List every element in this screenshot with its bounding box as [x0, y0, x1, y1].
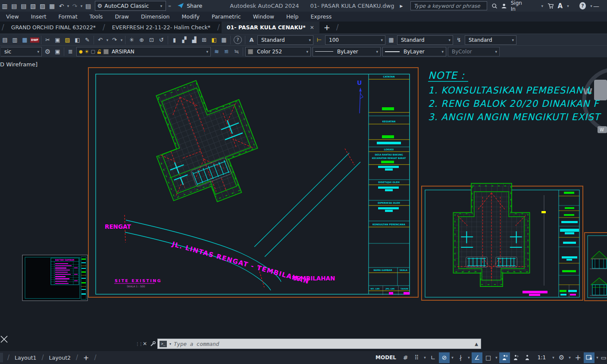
menu-dimension[interactable]: Dimension: [135, 12, 175, 22]
cut-icon[interactable]: ✂: [43, 35, 53, 45]
user-icon[interactable]: [501, 3, 507, 9]
model-space-button[interactable]: MODEL: [372, 352, 400, 363]
zoom-realtime-icon[interactable]: ⊕: [137, 35, 147, 45]
annotation-scale-value[interactable]: 1:1: [533, 352, 551, 363]
grid-display-icon[interactable]: #: [400, 352, 411, 363]
mleader-style-combo[interactable]: Standard ▾: [465, 35, 516, 45]
signin-dropdown-icon[interactable]: ▾: [540, 4, 544, 8]
ortho-mode-icon[interactable]: ∟: [428, 352, 438, 363]
table-style-combo[interactable]: Standard ▾: [397, 35, 453, 45]
layout1-tab[interactable]: Layout1: [12, 355, 39, 361]
new-tab-button[interactable]: +: [319, 23, 335, 32]
undo-dropdown-icon[interactable]: ▾: [66, 4, 70, 8]
tool-palettes-icon[interactable]: ▟: [189, 35, 199, 45]
file-tab-pasar-kula-active[interactable]: 01- PASAR KULA CENAKU* ✕: [222, 22, 319, 33]
text-style-combo[interactable]: Standard ▾: [257, 35, 313, 45]
plot-icon[interactable]: ▦: [47, 1, 57, 11]
annotation-autoscale-icon[interactable]: [510, 352, 521, 363]
plot-icon[interactable]: ▦: [20, 35, 30, 45]
new-icon[interactable]: ▤: [0, 35, 10, 45]
zoom-previous-icon[interactable]: ↺: [156, 35, 166, 45]
undo-icon[interactable]: ↶: [95, 35, 105, 45]
object-snap-icon[interactable]: □: [483, 352, 494, 363]
undo-dropdown-icon[interactable]: ▾: [105, 38, 110, 42]
command-grip-icon[interactable]: ⋮⋮: [135, 342, 140, 345]
annotation-visibility-icon[interactable]: [499, 352, 510, 363]
command-input[interactable]: >_ ▾ Type a command ▲: [157, 339, 481, 349]
osnap-dropdown-icon[interactable]: ▾: [494, 355, 499, 360]
linetype-combo[interactable]: ByLayer ▾: [313, 47, 381, 56]
command-history-icon[interactable]: ▲: [475, 342, 479, 346]
isometric-drafting-icon[interactable]: ∤: [455, 352, 466, 363]
customize-wrench-icon[interactable]: [150, 341, 156, 347]
redo-dropdown-icon[interactable]: ▾: [119, 38, 124, 42]
isodraft-dropdown-icon[interactable]: ▾: [466, 355, 471, 360]
snap-dropdown-icon[interactable]: ▾: [422, 355, 427, 360]
object-snap-tracking-icon[interactable]: ∠: [472, 352, 482, 363]
match-properties-icon[interactable]: ◧: [72, 35, 82, 45]
pan-icon[interactable]: ✳: [127, 35, 137, 45]
search-icon[interactable]: [491, 3, 497, 9]
lineweight-combo[interactable]: ByLayer ▾: [382, 47, 446, 56]
drawing-canvas[interactable]: D Wireframe] W W: [0, 57, 607, 350]
file-tab-grand-orchid[interactable]: GRAND ORCHID FINAL 632022*: [6, 22, 101, 33]
table-style-icon[interactable]: ▦: [386, 35, 396, 45]
scale-dropdown-icon[interactable]: ▾: [551, 355, 556, 360]
workspace-combo[interactable]: ⚙ AutoCAD Classic ▾: [95, 1, 166, 11]
customization-icon[interactable]: +: [573, 352, 583, 363]
command-close-icon[interactable]: ✕: [141, 341, 148, 347]
menu-draw[interactable]: Draw: [109, 12, 135, 22]
viewport-lock-icon[interactable]: [584, 352, 594, 363]
cart-icon[interactable]: [548, 3, 554, 9]
redo-icon[interactable]: ↷: [70, 1, 80, 11]
designcenter-icon[interactable]: ▞: [179, 35, 189, 45]
help-icon[interactable]: ?: [234, 36, 242, 44]
layout2-tab[interactable]: Layout2: [47, 355, 73, 361]
quickcalc-icon[interactable]: ▦: [219, 35, 229, 45]
viewport-lock-dropdown-icon[interactable]: ▾: [595, 355, 600, 360]
workspace-dropdown-icon[interactable]: ▾: [567, 355, 572, 360]
workspace-settings-icon[interactable]: ⚙: [43, 47, 53, 56]
menu-window[interactable]: Window: [247, 12, 280, 22]
snap-mode-icon[interactable]: ⠿: [411, 352, 422, 363]
properties-palette-icon[interactable]: ▮: [169, 35, 179, 45]
layer-states-icon[interactable]: ≋: [212, 47, 222, 56]
new-layout-button[interactable]: +: [81, 354, 91, 362]
menu-view[interactable]: View: [0, 12, 25, 22]
redo-icon[interactable]: ↷: [110, 35, 119, 45]
layer-properties-icon[interactable]: ≣: [66, 47, 75, 56]
qat-more-icon[interactable]: ≂: [168, 4, 172, 8]
markup-icon[interactable]: ✎: [82, 35, 92, 45]
save-icon[interactable]: ▤: [9, 1, 19, 11]
minimize-button[interactable]: —: [593, 3, 599, 9]
menu-parametric[interactable]: Parametric: [206, 12, 247, 22]
file-tab-everfresh[interactable]: EVERFRESH 22-11-22- Halim Check*: [107, 22, 216, 33]
dim-style-combo[interactable]: 100 ▾: [325, 35, 385, 45]
tab-close-icon[interactable]: ✕: [310, 25, 314, 31]
sign-in-label[interactable]: Sign In: [511, 0, 527, 12]
text-style-icon[interactable]: A: [247, 35, 257, 45]
color-combo[interactable]: Color 252 ▾: [245, 47, 311, 56]
layer-combo[interactable]: ● ☀ ▢ ARSIRAN ▾: [76, 47, 211, 56]
dim-style-icon[interactable]: ⊢: [314, 35, 324, 45]
annotation-scale-icon[interactable]: [522, 352, 532, 363]
publish-dwf-icon[interactable]: DWF: [30, 35, 40, 45]
menu-insert[interactable]: Insert: [25, 12, 53, 22]
search-input[interactable]: Type a keyword or phrase: [410, 1, 488, 10]
plot-preview-icon[interactable]: ▥: [10, 35, 20, 45]
workspace-combo-clipped[interactable]: sic ▾: [1, 47, 42, 56]
new-drawing-icon[interactable]: ▤: [84, 1, 93, 11]
layer-isolate-icon[interactable]: ≒: [232, 47, 241, 56]
paste-icon[interactable]: ▨: [63, 35, 72, 45]
model-tab-fragment[interactable]: [0, 353, 3, 362]
share-button[interactable]: Share: [178, 3, 202, 9]
command-dropdown-icon[interactable]: ▾: [169, 342, 171, 346]
isolate-objects-icon[interactable]: ▭: [600, 352, 607, 363]
zoom-window-icon[interactable]: ⊡: [147, 35, 156, 45]
markup-import-icon[interactable]: ◧: [209, 35, 219, 45]
open-icon[interactable]: ▧: [28, 1, 38, 11]
search-expand-icon[interactable]: ▶: [399, 4, 403, 8]
polar-tracking-icon[interactable]: ⊘: [439, 352, 450, 363]
polar-dropdown-icon[interactable]: ▾: [450, 355, 455, 360]
command-line-palette[interactable]: ⋮⋮ ✕ >_ ▾ Type a command ▲: [135, 339, 481, 349]
